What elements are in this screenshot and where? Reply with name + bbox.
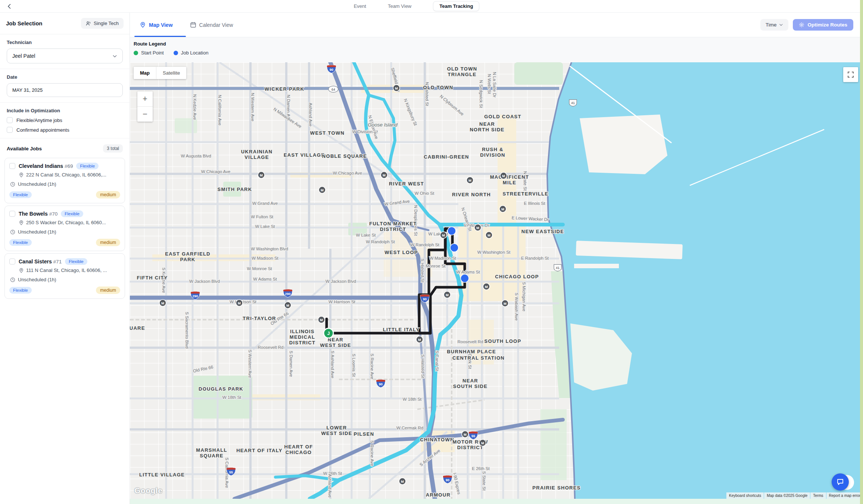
street-label: S Halsted St [421,354,425,379]
time-dropdown-button[interactable]: Time [760,19,789,31]
optimization-label: Include in Optimization [7,108,123,113]
job-flexibility-badge: Flexible [9,287,32,294]
svg-text:M: M [260,173,263,177]
date-label: Date [7,74,123,80]
job-location-marker[interactable] [450,244,458,252]
date-input[interactable]: MAY 31, 2025 [7,83,123,97]
single-tech-button[interactable]: Single Tech [81,18,124,29]
jobs-list: Cleveland Indians #69 Flexible 222 N Can… [0,156,130,301]
neighborhood-label: SMITH PARK [218,187,252,192]
job-priority-badge: medium [96,239,120,246]
legend-start-point: Start Point [134,50,164,56]
street-label: W Cermak Rd [396,426,423,430]
neighborhood-label: LITTLE VILLAGE [139,472,185,478]
svg-text:64: 64 [331,88,335,91]
metro-station-icon: M [444,291,451,298]
job-priority-badge: medium [96,287,120,294]
available-jobs-title: Available Jobs [7,146,42,151]
tab-map-view[interactable]: Map View [140,13,173,37]
svg-text:M: M [476,226,479,230]
svg-text:M: M [320,318,323,322]
job-address: 111 N Canal St, Chicago, IL 60606, ... [19,267,120,273]
svg-text:M: M [481,441,484,445]
metro-station-icon: M [483,283,490,290]
optimize-routes-button[interactable]: Optimize Routes [793,19,853,31]
technician-value: Jeel Patel [12,53,35,59]
technician-select[interactable]: Jeel Patel [7,48,123,63]
tab-calendar-view[interactable]: Calendar View [190,13,233,37]
metro-station-icon: M [381,172,387,178]
clock-icon [10,182,15,187]
street-label: W Fulton St [251,215,274,219]
metro-station-icon: M [159,300,166,306]
chevron-down-icon [112,54,117,59]
neighborhood-label: NEW EASTSIDE [521,229,564,234]
svg-text:M: M [395,86,398,90]
job-checkbox[interactable] [9,163,15,169]
map-type-satellite-button[interactable]: Satellite [156,67,186,79]
street-label: W Chicago Ave [201,169,230,174]
map-data-label: Map data ©2025 Google [764,492,810,499]
zoom-out-button[interactable]: − [137,106,153,122]
job-name: Cleveland Indians #69 [19,163,73,169]
keyboard-shortcuts-link[interactable]: Keyboard shortcuts [726,492,764,499]
checkbox-row-confirmed[interactable]: Confirmed appointments [7,127,123,133]
street-label: W Adams St [253,277,277,281]
report-map-error-link[interactable]: Report a map error [826,492,863,499]
svg-text:M: M [446,293,449,297]
chat-button[interactable] [832,473,849,491]
street-label: W Augusta Blvd [181,154,211,158]
zoom-in-button[interactable]: + [137,91,153,106]
tab-event[interactable]: Event [354,3,366,9]
street-label: W Washington Blvd [251,247,288,251]
checkbox-row-flexible-jobs[interactable]: Flexible/Anytime jobs [7,117,123,123]
flexible-jobs-label: Flexible/Anytime jobs [16,118,62,123]
street-label: W Lake St [356,233,376,237]
job-name: Canal Sisters #71 [19,259,62,264]
map-canvas[interactable]: W Division StW Chicago AveW Chicago AveW… [130,62,863,499]
location-pin-icon [19,268,24,273]
street-label: W Lake St [255,224,275,229]
job-tag: Flexible [76,163,99,169]
metro-station-icon: M [236,300,243,306]
job-card[interactable]: The Bowels #70 Flexible 250 S Wacker Dr,… [4,206,125,251]
metro-station-icon: M [474,224,481,231]
job-checkbox[interactable] [9,211,15,217]
job-priority-badge: medium [96,191,120,198]
tab-team-view[interactable]: Team View [388,3,411,9]
metro-station-icon: M [467,177,473,184]
start-point-marker[interactable]: J [324,328,333,338]
street-label: Roosevelt Rd [457,339,483,344]
street-label: W 18th St [403,397,422,401]
svg-text:M: M [418,338,421,342]
route-shield-icon: 64 [328,86,338,93]
job-address: 250 S Wacker Dr, Chicago, IL 6060... [19,220,120,225]
tab-team-tracking[interactable]: Team Tracking [433,1,479,11]
main-panel: Map View Calendar View Time Opti [130,13,863,504]
street-label: S State St [482,471,486,491]
time-label: Time [766,22,777,28]
fullscreen-button[interactable] [843,67,858,82]
confirmed-appointments-checkbox[interactable] [7,127,13,133]
back-button[interactable] [5,2,13,10]
neighborhood-label: OLD TOWNTRIANGLE [447,66,477,77]
street-label: S Damen Ave [289,351,293,377]
job-card[interactable]: Canal Sisters #71 Flexible 111 N Canal S… [4,253,125,299]
flexible-jobs-checkbox[interactable] [7,117,13,123]
map-type-map-button[interactable]: Map [134,67,156,79]
right-edge-strip [860,0,863,504]
svg-text:90: 90 [379,382,383,386]
street-label: N Wells St [487,74,492,94]
street-label: S Racine Ave [370,354,374,379]
job-checkbox[interactable] [9,259,15,264]
location-pin-icon [19,172,24,178]
terms-link[interactable]: Terms [810,492,826,499]
svg-text:290: 290 [192,294,198,298]
calendar-view-label: Calendar View [199,22,233,28]
job-card[interactable]: Cleveland Indians #69 Flexible 222 N Can… [4,158,125,203]
neighborhood-label: DOUGLAS PARK [199,386,243,392]
job-location-marker[interactable] [461,274,469,282]
app-root: Event Team View Team Tracking Job Select… [0,0,863,504]
street-label: E Randolph St [521,256,549,260]
job-location-marker[interactable] [448,227,456,235]
